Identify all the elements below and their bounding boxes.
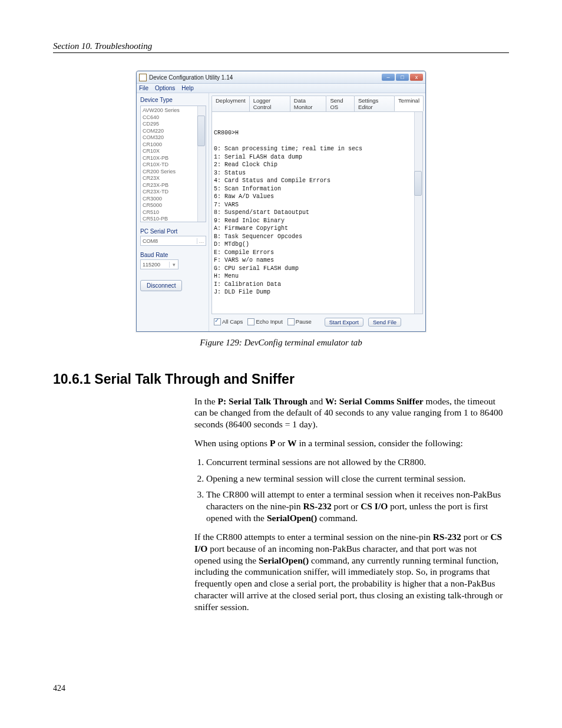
- close-button[interactable]: x: [410, 74, 423, 81]
- bold-run: P: Serial Talk Through: [218, 396, 308, 406]
- text-run: in a terminal session, consider the foll…: [297, 438, 463, 448]
- device-list-item[interactable]: CR23X-PB: [143, 182, 206, 189]
- echo-checkbox[interactable]: [247, 318, 254, 325]
- terminal-bottom-controls: All Caps Echo Input Pause Start Export S…: [211, 314, 423, 328]
- menubar: File Options Help: [137, 84, 425, 93]
- list-item: The CR800 will attempt to enter a termin…: [206, 489, 503, 523]
- device-type-list[interactable]: AVW200 SeriesCC640CD295COM220COM320CR100…: [140, 106, 206, 222]
- section-heading: 10.6.1 Serial Talk Through and Sniffer: [53, 371, 509, 387]
- device-list-item[interactable]: CR510: [143, 209, 206, 216]
- tab-send-os[interactable]: Send OS: [326, 95, 354, 111]
- allcaps-checkbox[interactable]: [214, 318, 221, 325]
- paragraph: In the P: Serial Talk Through and W: Ser…: [194, 396, 503, 430]
- pause-label: Pause: [296, 318, 312, 325]
- disconnect-button[interactable]: Disconnect: [140, 280, 182, 291]
- device-list-item[interactable]: CR10X-PB: [143, 155, 206, 162]
- pc-serial-port-combo[interactable]: COM8 …: [140, 236, 206, 246]
- bold-run: P: [270, 438, 275, 448]
- terminal-output[interactable]: CR800>H 0: Scan processing time; real ti…: [211, 111, 423, 314]
- terminal-scrollbar[interactable]: [414, 112, 422, 314]
- device-list-scrollbar[interactable]: [197, 106, 206, 222]
- text-run: When using options: [194, 438, 270, 448]
- bold-run: RS-232: [433, 532, 461, 542]
- text-run: and: [308, 396, 325, 406]
- scrollbar-thumb[interactable]: [197, 116, 205, 146]
- echo-label: Echo Input: [256, 318, 282, 325]
- text-run: or: [275, 438, 287, 448]
- tab-data-monitor[interactable]: Data Monitor: [290, 95, 327, 111]
- window-titlebar: Device Configuration Utility 1.14 – □ x: [137, 71, 425, 84]
- tabstrip: DeploymentLogger ControlData MonitorSend…: [211, 95, 423, 111]
- devconfig-window: Device Configuration Utility 1.14 – □ x …: [136, 71, 426, 332]
- text-run: command.: [317, 513, 358, 523]
- bold-run: SerialOpen(): [259, 555, 309, 565]
- device-list-item[interactable]: CR510-PB: [143, 216, 206, 222]
- baud-rate-combo[interactable]: 115200 ▾: [140, 259, 178, 269]
- app-icon: [139, 74, 147, 81]
- tab-logger-control[interactable]: Logger Control: [249, 95, 290, 111]
- bold-run: SerialOpen(): [267, 513, 317, 523]
- running-header: Section 10. Troubleshooting: [53, 41, 509, 53]
- start-export-button[interactable]: Start Export: [325, 318, 363, 327]
- text-run: port or: [461, 532, 491, 542]
- baud-rate-label: Baud Rate: [140, 252, 206, 258]
- paragraph: When using options P or W in a terminal …: [194, 437, 503, 449]
- window-title: Device Configuration Utility 1.14: [149, 74, 382, 81]
- menu-file[interactable]: File: [139, 85, 148, 91]
- maximize-button[interactable]: □: [396, 74, 409, 81]
- figure-screenshot: Device Configuration Utility 1.14 – □ x …: [53, 71, 509, 332]
- bold-run: W: Serial Comms Sniffer: [325, 396, 424, 406]
- device-list-item[interactable]: CR1000: [143, 141, 206, 149]
- device-list-item[interactable]: CR10X: [143, 148, 206, 155]
- pc-serial-port-label: PC Serial Port: [140, 228, 206, 235]
- page-number: 424: [53, 684, 509, 693]
- tab-settings-editor[interactable]: Settings Editor: [354, 95, 395, 111]
- list-item: Opening a new terminal session will clos…: [206, 473, 503, 485]
- menu-options[interactable]: Options: [155, 85, 175, 91]
- device-list-item[interactable]: AVW200 Series: [143, 107, 206, 114]
- bold-run: CS I/O: [361, 501, 388, 511]
- pause-checkbox[interactable]: [287, 318, 295, 325]
- device-list-item[interactable]: CD295: [143, 121, 206, 128]
- device-list-item[interactable]: CR200 Series: [143, 169, 206, 176]
- paragraph: If the CR800 attempts to enter a termina…: [194, 531, 503, 613]
- minimize-button[interactable]: –: [382, 74, 395, 81]
- device-list-item[interactable]: CR5000: [143, 202, 206, 209]
- text-run: In the: [194, 396, 218, 406]
- menu-help[interactable]: Help: [181, 85, 194, 91]
- tab-deployment[interactable]: Deployment: [211, 95, 250, 111]
- terminal-text: CR800>H 0: Scan processing time; real ti…: [214, 129, 421, 297]
- text-run: If the CR800 attempts to enter a termina…: [194, 532, 433, 542]
- device-list-item[interactable]: CR3000: [143, 196, 206, 203]
- bold-run: W: [287, 438, 297, 448]
- device-type-label: Device Type: [140, 97, 206, 103]
- device-list-item[interactable]: CR23X: [143, 175, 206, 182]
- text-run: port or: [332, 501, 361, 511]
- bold-run: RS-232: [303, 501, 331, 511]
- device-list-item[interactable]: CR10X-TD: [143, 162, 206, 169]
- ellipsis-icon[interactable]: …: [197, 238, 206, 244]
- scrollbar-thumb[interactable]: [414, 171, 422, 196]
- list-item: Concurrent terminal sessions are not all…: [206, 456, 503, 468]
- pc-serial-port-value: COM8: [143, 238, 158, 244]
- device-list-item[interactable]: COM320: [143, 134, 206, 141]
- body-text: In the P: Serial Talk Through and W: Ser…: [194, 396, 503, 613]
- allcaps-label: All Caps: [222, 318, 243, 325]
- chevron-down-icon[interactable]: ▾: [169, 262, 178, 268]
- figure-caption: Figure 129: DevConfig terminal emulator …: [53, 338, 509, 348]
- send-file-button[interactable]: Send File: [368, 318, 401, 327]
- device-list-item[interactable]: CR23X-TD: [143, 189, 206, 196]
- baud-rate-value: 115200: [143, 262, 160, 268]
- device-list-item[interactable]: COM220: [143, 128, 206, 135]
- tab-terminal[interactable]: Terminal: [394, 95, 424, 111]
- device-list-item[interactable]: CC640: [143, 114, 206, 121]
